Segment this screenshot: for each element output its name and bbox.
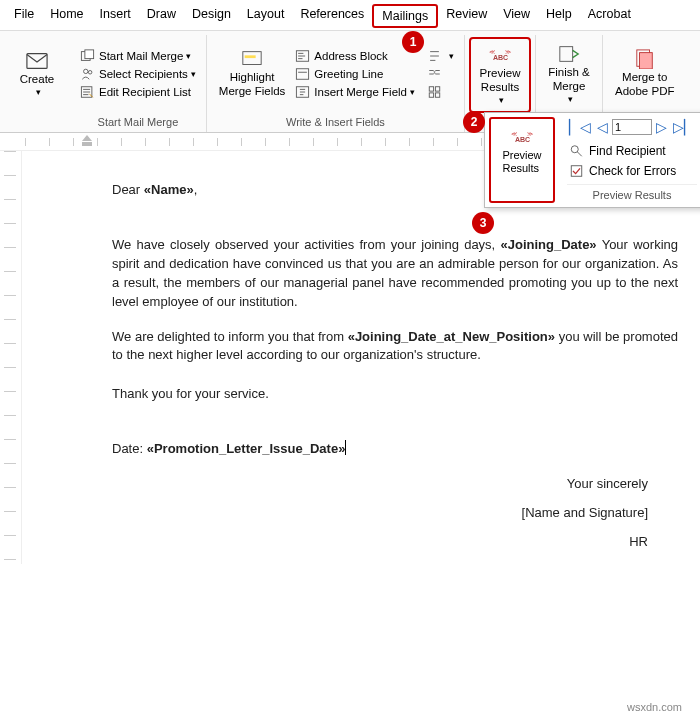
merge-to-pdf-button[interactable]: Merge to Adobe PDF [609, 45, 680, 103]
prev-record-button[interactable]: ◁ [595, 119, 610, 135]
chevron-down-icon: ▾ [36, 87, 41, 98]
svg-rect-2 [85, 50, 94, 59]
svg-rect-14 [435, 93, 439, 97]
last-record-button[interactable]: ▷▏ [671, 119, 697, 135]
menu-review[interactable]: Review [438, 4, 495, 28]
annotation-badge-3: 3 [472, 212, 494, 234]
svg-rect-18 [560, 47, 573, 62]
preview-results-dd-button[interactable]: ≪≫ABC Preview Results [495, 125, 549, 177]
first-record-button[interactable]: ▏◁ [567, 119, 593, 135]
menu-design[interactable]: Design [184, 4, 239, 28]
insert-merge-field-button[interactable]: Insert Merge Field▾ [291, 83, 419, 101]
document-area: Dear «Name», We have closely observed yo… [0, 151, 700, 563]
preview-icon: ≪≫ABC [489, 45, 511, 65]
annotation-badge-1: 1 [402, 31, 424, 53]
menu-insert[interactable]: Insert [92, 4, 139, 28]
match-icon [427, 67, 442, 81]
menu-draw[interactable]: Draw [139, 4, 184, 28]
chevron-down-icon: ▾ [191, 69, 196, 79]
svg-point-3 [84, 69, 88, 73]
annotation-badge-2: 2 [463, 111, 485, 133]
recipients-icon [80, 67, 95, 81]
menu-view[interactable]: View [495, 4, 538, 28]
svg-rect-12 [435, 87, 439, 91]
address-block-button[interactable]: Address Block [291, 47, 392, 65]
field-joining-date: «Joining_Date» [501, 237, 597, 252]
paragraph-1: We have closely observed your activities… [112, 236, 678, 311]
preview-results-dropdown: ≪≫ABC Preview Results ▏◁ ◁ ▷ ▷▏ Find Rec… [484, 112, 700, 208]
pdf-icon [634, 49, 656, 69]
chevron-down-icon: ▾ [410, 87, 415, 97]
menu-help[interactable]: Help [538, 4, 580, 28]
svg-rect-26 [82, 142, 92, 146]
mail-merge-icon [80, 49, 95, 63]
svg-rect-20 [639, 53, 652, 69]
group-start-mail-merge: Start Mail Merge▾ Select Recipients▾ Edi… [70, 35, 207, 132]
highlight-merge-fields-button[interactable]: Highlight Merge Fields [213, 45, 291, 103]
svg-rect-6 [243, 52, 261, 65]
find-recipient-button[interactable]: Find Recipient [567, 141, 697, 161]
paragraph-2: We are delighted to inform you that from… [112, 328, 678, 366]
svg-point-24 [571, 146, 578, 153]
menu-mailings[interactable]: Mailings [372, 4, 438, 28]
group-create: Create ▾ [4, 35, 70, 132]
record-number-input[interactable] [612, 119, 652, 135]
rules-icon [427, 49, 442, 63]
select-recipients-button[interactable]: Select Recipients▾ [76, 65, 200, 83]
vertical-ruler[interactable] [0, 151, 22, 563]
menu-acrobat[interactable]: Acrobat [580, 4, 639, 28]
date-line: Date: «Promotion_Letter_Issue_Date» [112, 440, 678, 459]
chevron-down-icon: ▾ [449, 51, 454, 61]
search-icon [569, 144, 584, 158]
finish-icon [558, 44, 580, 64]
create-label: Create [20, 73, 55, 87]
svg-rect-11 [429, 87, 433, 91]
edit-list-icon [80, 85, 95, 99]
preview-results-button[interactable]: ≪≫ABC Preview Results▾ [473, 41, 527, 109]
create-button[interactable]: Create ▾ [10, 47, 64, 102]
rules-button[interactable]: ▾ [423, 47, 458, 65]
greeting-icon [295, 67, 310, 81]
svg-text:ABC: ABC [493, 54, 508, 61]
menu-file[interactable]: File [6, 4, 42, 28]
menu-references[interactable]: References [292, 4, 372, 28]
update-labels-button[interactable] [423, 83, 450, 101]
check-icon [569, 164, 584, 178]
insert-field-icon [295, 85, 310, 99]
address-icon [295, 49, 310, 63]
greeting-line-button[interactable]: Greeting Line [291, 65, 387, 83]
chevron-down-icon: ▾ [568, 94, 573, 105]
group-write-insert: Highlight Merge Fields Address Block Gre… [207, 35, 465, 132]
svg-point-4 [88, 71, 92, 75]
start-mail-merge-button[interactable]: Start Mail Merge▾ [76, 47, 195, 65]
signoff-3: HR [112, 533, 678, 552]
svg-rect-7 [245, 56, 256, 59]
indent-marker-icon[interactable] [82, 133, 92, 147]
preview-icon: ≪≫ABC [511, 127, 533, 147]
thanks-line: Thank you for your service. [112, 385, 678, 404]
chevron-down-icon: ▾ [499, 95, 504, 106]
signoff-2: [Name and Signature] [112, 504, 678, 523]
document-page[interactable]: Dear «Name», We have closely observed yo… [22, 151, 700, 563]
menubar: File Home Insert Draw Design Layout Refe… [0, 0, 700, 31]
highlight-icon [241, 49, 263, 69]
group-label-write: Write & Insert Fields [213, 113, 458, 130]
svg-rect-9 [297, 69, 309, 80]
next-record-button[interactable]: ▷ [654, 119, 669, 135]
edit-recipient-list-button[interactable]: Edit Recipient List [76, 83, 195, 101]
menu-home[interactable]: Home [42, 4, 91, 28]
match-fields-button[interactable] [423, 65, 450, 83]
menu-layout[interactable]: Layout [239, 4, 293, 28]
finish-merge-button[interactable]: Finish & Merge▾ [542, 40, 596, 108]
check-for-errors-button[interactable]: Check for Errors [567, 161, 697, 181]
signoff-1: Your sincerely [112, 475, 678, 494]
envelope-icon [26, 51, 48, 71]
record-nav: ▏◁ ◁ ▷ ▷▏ [567, 119, 697, 135]
svg-rect-25 [571, 166, 582, 177]
svg-rect-0 [27, 54, 47, 69]
text-cursor [345, 440, 346, 455]
field-name: «Name» [144, 182, 194, 197]
group-label-start: Start Mail Merge [76, 113, 200, 130]
field-issue-date: «Promotion_Letter_Issue_Date» [147, 441, 346, 456]
svg-rect-13 [429, 93, 433, 97]
